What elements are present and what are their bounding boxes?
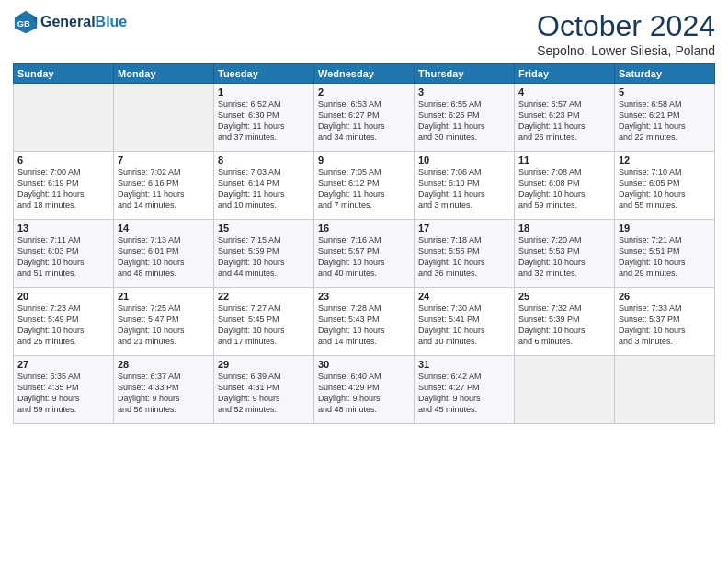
- day-cell: 29Sunrise: 6:39 AM Sunset: 4:31 PM Dayli…: [214, 356, 314, 424]
- day-cell: 16Sunrise: 7:16 AM Sunset: 5:57 PM Dayli…: [314, 220, 415, 288]
- day-number: 4: [518, 86, 610, 98]
- day-cell: 18Sunrise: 7:20 AM Sunset: 5:53 PM Dayli…: [515, 220, 615, 288]
- day-info: Sunrise: 6:53 AM Sunset: 6:27 PM Dayligh…: [318, 98, 410, 144]
- day-cell: 6Sunrise: 7:00 AM Sunset: 6:19 PM Daylig…: [14, 152, 114, 220]
- day-number: 14: [118, 223, 210, 234]
- day-number: 19: [619, 223, 711, 234]
- day-info: Sunrise: 7:28 AM Sunset: 5:43 PM Dayligh…: [318, 303, 410, 348]
- day-info: Sunrise: 6:57 AM Sunset: 6:23 PM Dayligh…: [518, 98, 610, 144]
- day-number: 3: [418, 86, 510, 98]
- subtitle: Sepolno, Lower Silesia, Poland: [537, 43, 715, 58]
- day-number: 18: [518, 223, 610, 234]
- day-cell: 27Sunrise: 6:35 AM Sunset: 4:35 PM Dayli…: [14, 356, 114, 424]
- day-cell: [114, 84, 214, 152]
- calendar-table: SundayMondayTuesdayWednesdayThursdayFrid…: [13, 63, 715, 424]
- day-number: 16: [318, 223, 410, 234]
- day-cell: 3Sunrise: 6:55 AM Sunset: 6:25 PM Daylig…: [415, 84, 515, 152]
- day-cell: 20Sunrise: 7:23 AM Sunset: 5:49 PM Dayli…: [14, 288, 114, 356]
- title-area: October 2024 Sepolno, Lower Silesia, Pol…: [537, 9, 715, 58]
- day-cell: 5Sunrise: 6:58 AM Sunset: 6:21 PM Daylig…: [615, 84, 715, 152]
- day-cell: 19Sunrise: 7:21 AM Sunset: 5:51 PM Dayli…: [615, 220, 715, 288]
- day-cell: 14Sunrise: 7:13 AM Sunset: 6:01 PM Dayli…: [114, 220, 214, 288]
- day-info: Sunrise: 6:40 AM Sunset: 4:29 PM Dayligh…: [318, 371, 410, 416]
- week-row-4: 20Sunrise: 7:23 AM Sunset: 5:49 PM Dayli…: [14, 288, 715, 356]
- day-info: Sunrise: 6:37 AM Sunset: 4:33 PM Dayligh…: [118, 371, 210, 416]
- day-number: 31: [418, 359, 510, 370]
- logo-blue: Blue: [96, 14, 128, 29]
- day-info: Sunrise: 6:52 AM Sunset: 6:30 PM Dayligh…: [218, 98, 310, 144]
- day-number: 6: [17, 155, 109, 166]
- logo: GB GeneralBlue: [13, 9, 127, 35]
- day-cell: 7Sunrise: 7:02 AM Sunset: 6:16 PM Daylig…: [114, 152, 214, 220]
- day-cell: 31Sunrise: 6:42 AM Sunset: 4:27 PM Dayli…: [415, 356, 515, 424]
- day-info: Sunrise: 6:39 AM Sunset: 4:31 PM Dayligh…: [218, 371, 310, 416]
- month-title: October 2024: [537, 9, 715, 43]
- day-number: 2: [318, 86, 410, 98]
- logo-icon: GB: [13, 9, 39, 35]
- day-cell: [615, 356, 715, 424]
- header-cell-saturday: Saturday: [615, 64, 715, 84]
- day-cell: 26Sunrise: 7:33 AM Sunset: 5:37 PM Dayli…: [615, 288, 715, 356]
- day-info: Sunrise: 7:02 AM Sunset: 6:16 PM Dayligh…: [118, 167, 210, 212]
- week-row-1: 1Sunrise: 6:52 AM Sunset: 6:30 PM Daylig…: [14, 84, 715, 152]
- day-number: 5: [619, 86, 711, 98]
- day-info: Sunrise: 7:30 AM Sunset: 5:41 PM Dayligh…: [418, 303, 510, 348]
- day-cell: 12Sunrise: 7:10 AM Sunset: 6:05 PM Dayli…: [615, 152, 715, 220]
- day-info: Sunrise: 7:15 AM Sunset: 5:59 PM Dayligh…: [218, 235, 310, 280]
- day-info: Sunrise: 6:55 AM Sunset: 6:25 PM Dayligh…: [418, 98, 510, 144]
- day-number: 22: [218, 291, 310, 302]
- day-number: 27: [17, 359, 109, 370]
- day-cell: 21Sunrise: 7:25 AM Sunset: 5:47 PM Dayli…: [114, 288, 214, 356]
- day-cell: 11Sunrise: 7:08 AM Sunset: 6:08 PM Dayli…: [515, 152, 615, 220]
- day-cell: [14, 84, 114, 152]
- day-number: 15: [218, 223, 310, 234]
- day-info: Sunrise: 6:35 AM Sunset: 4:35 PM Dayligh…: [17, 371, 109, 416]
- week-row-3: 13Sunrise: 7:11 AM Sunset: 6:03 PM Dayli…: [14, 220, 715, 288]
- day-number: 10: [418, 155, 510, 166]
- day-cell: 1Sunrise: 6:52 AM Sunset: 6:30 PM Daylig…: [214, 84, 314, 152]
- day-info: Sunrise: 6:58 AM Sunset: 6:21 PM Dayligh…: [619, 98, 711, 144]
- day-cell: 8Sunrise: 7:03 AM Sunset: 6:14 PM Daylig…: [214, 152, 314, 220]
- day-info: Sunrise: 7:20 AM Sunset: 5:53 PM Dayligh…: [518, 235, 610, 280]
- header-cell-sunday: Sunday: [14, 64, 114, 84]
- svg-text:GB: GB: [17, 19, 30, 29]
- day-info: Sunrise: 7:18 AM Sunset: 5:55 PM Dayligh…: [418, 235, 510, 280]
- header-cell-tuesday: Tuesday: [214, 64, 314, 84]
- day-info: Sunrise: 7:03 AM Sunset: 6:14 PM Dayligh…: [218, 167, 310, 212]
- day-info: Sunrise: 7:23 AM Sunset: 5:49 PM Dayligh…: [17, 303, 109, 348]
- day-cell: 17Sunrise: 7:18 AM Sunset: 5:55 PM Dayli…: [415, 220, 515, 288]
- day-info: Sunrise: 7:33 AM Sunset: 5:37 PM Dayligh…: [619, 303, 711, 348]
- day-cell: 15Sunrise: 7:15 AM Sunset: 5:59 PM Dayli…: [214, 220, 314, 288]
- day-number: 13: [17, 223, 109, 234]
- day-info: Sunrise: 7:00 AM Sunset: 6:19 PM Dayligh…: [17, 167, 109, 212]
- day-number: 26: [619, 291, 711, 302]
- day-cell: 10Sunrise: 7:06 AM Sunset: 6:10 PM Dayli…: [415, 152, 515, 220]
- day-info: Sunrise: 7:32 AM Sunset: 5:39 PM Dayligh…: [518, 303, 610, 348]
- day-info: Sunrise: 7:05 AM Sunset: 6:12 PM Dayligh…: [318, 167, 410, 212]
- day-cell: 2Sunrise: 6:53 AM Sunset: 6:27 PM Daylig…: [314, 84, 415, 152]
- day-cell: [515, 356, 615, 424]
- logo-general: General: [40, 14, 96, 29]
- day-number: 11: [518, 155, 610, 166]
- day-cell: 30Sunrise: 6:40 AM Sunset: 4:29 PM Dayli…: [314, 356, 415, 424]
- day-cell: 4Sunrise: 6:57 AM Sunset: 6:23 PM Daylig…: [515, 84, 615, 152]
- day-info: Sunrise: 7:10 AM Sunset: 6:05 PM Dayligh…: [619, 167, 711, 212]
- week-row-5: 27Sunrise: 6:35 AM Sunset: 4:35 PM Dayli…: [14, 356, 715, 424]
- header: GB GeneralBlue October 2024 Sepolno, Low…: [13, 9, 715, 58]
- day-info: Sunrise: 7:11 AM Sunset: 6:03 PM Dayligh…: [17, 235, 109, 280]
- day-cell: 28Sunrise: 6:37 AM Sunset: 4:33 PM Dayli…: [114, 356, 214, 424]
- day-info: Sunrise: 7:25 AM Sunset: 5:47 PM Dayligh…: [118, 303, 210, 348]
- day-info: Sunrise: 7:13 AM Sunset: 6:01 PM Dayligh…: [118, 235, 210, 280]
- day-number: 9: [318, 155, 410, 166]
- day-cell: 25Sunrise: 7:32 AM Sunset: 5:39 PM Dayli…: [515, 288, 615, 356]
- day-number: 8: [218, 155, 310, 166]
- day-cell: 13Sunrise: 7:11 AM Sunset: 6:03 PM Dayli…: [14, 220, 114, 288]
- header-cell-monday: Monday: [114, 64, 214, 84]
- header-cell-friday: Friday: [515, 64, 615, 84]
- day-info: Sunrise: 7:16 AM Sunset: 5:57 PM Dayligh…: [318, 235, 410, 280]
- day-number: 23: [318, 291, 410, 302]
- day-info: Sunrise: 6:42 AM Sunset: 4:27 PM Dayligh…: [418, 371, 510, 416]
- day-info: Sunrise: 7:08 AM Sunset: 6:08 PM Dayligh…: [518, 167, 610, 212]
- day-cell: 9Sunrise: 7:05 AM Sunset: 6:12 PM Daylig…: [314, 152, 415, 220]
- day-number: 21: [118, 291, 210, 302]
